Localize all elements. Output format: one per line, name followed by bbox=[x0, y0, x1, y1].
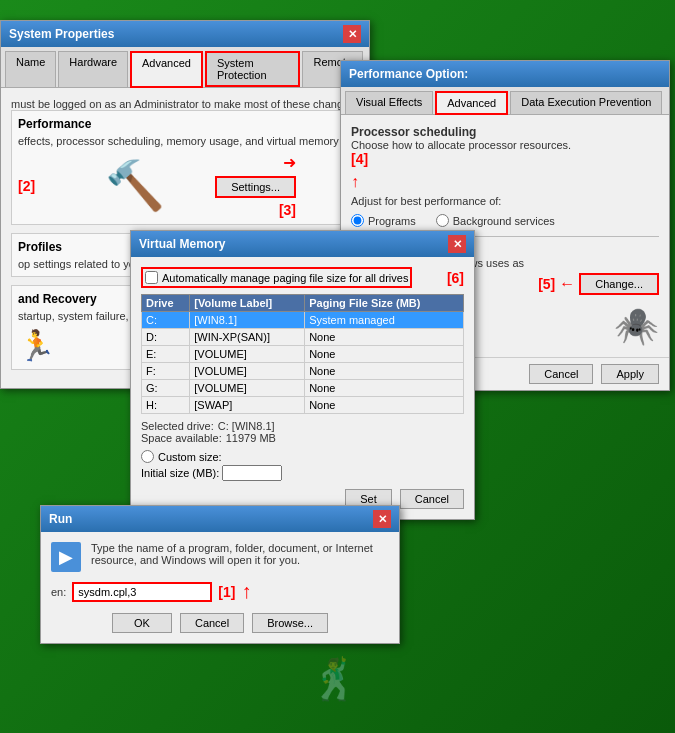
auto-manage-row: Automatically manage paging file size fo… bbox=[141, 267, 412, 288]
proc-scheduling-block: Processor scheduling Choose how to alloc… bbox=[351, 125, 571, 191]
tab-system-protection[interactable]: System Protection bbox=[205, 51, 301, 87]
table-row[interactable]: E: [VOLUME] None bbox=[142, 346, 464, 363]
initial-size-input[interactable] bbox=[222, 465, 282, 481]
annotation-2: [2] bbox=[18, 178, 35, 194]
perf-apply-button[interactable]: Apply bbox=[601, 364, 659, 384]
perf-cancel-button[interactable]: Cancel bbox=[529, 364, 593, 384]
cell-label-c: [WIN8.1] bbox=[190, 312, 305, 329]
annotation-5: [5] bbox=[538, 276, 555, 292]
tab-name[interactable]: Name bbox=[5, 51, 56, 87]
auto-manage-label-row: Automatically manage paging file size fo… bbox=[145, 271, 408, 284]
cell-label-d: [WIN-XP(SAN)] bbox=[190, 329, 305, 346]
cell-size-e: None bbox=[305, 346, 464, 363]
sys-props-title: System Properties bbox=[9, 27, 114, 41]
selected-drive-label: Selected drive: bbox=[141, 420, 214, 432]
drive-table: Drive [Volume Label] Paging File Size (M… bbox=[141, 294, 464, 414]
run-app-icon: ▶ bbox=[51, 542, 81, 572]
arrow-settings-icon: ➜ bbox=[283, 153, 296, 172]
run-buttons: OK Cancel Browse... bbox=[51, 613, 389, 633]
admin-note: must be logged on as an Administrator to… bbox=[11, 98, 359, 110]
tab-hardware[interactable]: Hardware bbox=[58, 51, 128, 87]
radio-programs[interactable] bbox=[351, 214, 364, 227]
selected-drive-value: C: [WIN8.1] bbox=[218, 420, 275, 432]
col-label: [Volume Label] bbox=[190, 295, 305, 312]
virt-mem-close-button[interactable]: ✕ bbox=[448, 235, 466, 253]
run-window: Run ✕ ▶ Type the name of a program, fold… bbox=[40, 505, 400, 644]
change-block: [5] ← Change... bbox=[538, 273, 659, 295]
table-row[interactable]: H: [SWAP] None bbox=[142, 397, 464, 414]
perf-desc: effects, processor scheduling, memory us… bbox=[18, 135, 352, 147]
space-label: Space available: bbox=[141, 432, 222, 444]
sys-props-titlebar: System Properties ✕ bbox=[1, 21, 369, 47]
cell-label-h: [SWAP] bbox=[190, 397, 305, 414]
virt-mem-title: Virtual Memory bbox=[139, 237, 225, 251]
run-cancel-button[interactable]: Cancel bbox=[180, 613, 244, 633]
open-label: en: bbox=[51, 586, 66, 598]
proc-sched-desc: Choose how to allocate processor resourc… bbox=[351, 139, 571, 151]
cell-size-c: System managed bbox=[305, 312, 464, 329]
custom-size-row: Custom size: Initial size (MB): bbox=[141, 450, 464, 481]
cell-drive-d: D: bbox=[142, 329, 190, 346]
virt-mem-content: Automatically manage paging file size fo… bbox=[131, 257, 474, 519]
cell-label-e: [VOLUME] bbox=[190, 346, 305, 363]
cell-size-d: None bbox=[305, 329, 464, 346]
cell-drive-e: E: bbox=[142, 346, 190, 363]
radio-custom-size[interactable] bbox=[141, 450, 154, 463]
settings-button[interactable]: Settings... bbox=[215, 176, 296, 198]
table-row[interactable]: F: [VOLUME] None bbox=[142, 363, 464, 380]
custom-size-label: Custom size: bbox=[158, 451, 222, 463]
perf-title: Performance bbox=[18, 117, 352, 131]
tab-dep[interactable]: Data Execution Prevention bbox=[510, 91, 662, 114]
cell-drive-g: G: bbox=[142, 380, 190, 397]
auto-manage-label: Automatically manage paging file size fo… bbox=[162, 272, 408, 284]
perf-opts-titlebar: Performance Option: bbox=[341, 61, 669, 87]
custom-size-label-row: Custom size: bbox=[141, 450, 464, 463]
col-size: Paging File Size (MB) bbox=[305, 295, 464, 312]
run-close-button[interactable]: ✕ bbox=[373, 510, 391, 528]
perf-opts-tabs: Visual Effects Advanced Data Execution P… bbox=[341, 87, 669, 115]
virtual-memory-window: Virtual Memory ✕ Automatically manage pa… bbox=[130, 230, 475, 520]
cell-size-g: None bbox=[305, 380, 464, 397]
stickman-bg-icon: 🕺 bbox=[310, 656, 360, 703]
annotation-1: [1] bbox=[218, 584, 235, 600]
arrow-run-icon: ↑ bbox=[241, 580, 251, 603]
drive-table-container: Drive [Volume Label] Paging File Size (M… bbox=[141, 294, 464, 414]
tab-advanced[interactable]: Advanced bbox=[130, 51, 203, 88]
annotation-3: [3] bbox=[279, 202, 296, 218]
auto-manage-checkbox[interactable] bbox=[145, 271, 158, 284]
stickman-run-icon: 🏃 bbox=[18, 328, 55, 363]
tab-visual-effects[interactable]: Visual Effects bbox=[345, 91, 433, 114]
arrow-proc-icon: ↑ bbox=[351, 173, 359, 190]
cell-drive-c: C: bbox=[142, 312, 190, 329]
run-ok-button[interactable]: OK bbox=[112, 613, 172, 633]
radio-background-label: Background services bbox=[453, 215, 555, 227]
virt-cancel-button[interactable]: Cancel bbox=[400, 489, 464, 509]
table-row[interactable]: G: [VOLUME] None bbox=[142, 380, 464, 397]
cell-label-f: [VOLUME] bbox=[190, 363, 305, 380]
sys-props-close-button[interactable]: ✕ bbox=[343, 25, 361, 43]
radio-background[interactable] bbox=[436, 214, 449, 227]
run-title: Run bbox=[49, 512, 72, 526]
run-input[interactable] bbox=[72, 582, 212, 602]
perf-opts-title: Performance Option: bbox=[349, 67, 468, 81]
sys-props-tabs: Name Hardware Advanced System Protection… bbox=[1, 47, 369, 88]
radio-programs-label: Programs bbox=[368, 215, 416, 227]
cell-drive-f: F: bbox=[142, 363, 190, 380]
initial-size-label: Initial size (MB): bbox=[141, 467, 219, 479]
cell-drive-h: H: bbox=[142, 397, 190, 414]
arrow-change-icon: ← bbox=[559, 275, 575, 293]
run-titlebar: Run ✕ bbox=[41, 506, 399, 532]
table-row[interactable]: C: [WIN8.1] System managed bbox=[142, 312, 464, 329]
run-desc: Type the name of a program, folder, docu… bbox=[91, 542, 389, 566]
radio-background-row: Background services bbox=[436, 214, 555, 227]
virt-mem-titlebar: Virtual Memory ✕ bbox=[131, 231, 474, 257]
run-browse-button[interactable]: Browse... bbox=[252, 613, 328, 633]
change-button[interactable]: Change... bbox=[579, 273, 659, 295]
radio-programs-row: Programs bbox=[351, 214, 416, 227]
tab-advanced-perf[interactable]: Advanced bbox=[435, 91, 508, 115]
cell-size-h: None bbox=[305, 397, 464, 414]
adjust-label: Adjust for best performance of: bbox=[351, 195, 659, 207]
table-row[interactable]: D: [WIN-XP(SAN)] None bbox=[142, 329, 464, 346]
space-value: 11979 MB bbox=[226, 432, 276, 444]
stickman-hammer-icon: 🔨 bbox=[105, 158, 165, 214]
